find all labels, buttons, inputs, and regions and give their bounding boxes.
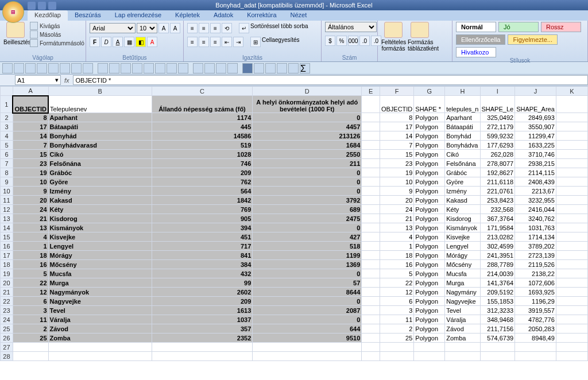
cell[interactable]: 432	[152, 269, 253, 278]
cell[interactable]: Mórágy	[48, 251, 152, 260]
cell[interactable]: 4457	[253, 122, 362, 131]
cell[interactable]: 3792	[253, 196, 362, 205]
cell[interactable]: 8644	[253, 288, 362, 297]
cell[interactable]: Mucsfa	[445, 269, 480, 278]
row-header[interactable]: 13	[1, 214, 13, 223]
cell[interactable]: 22	[13, 278, 48, 288]
cell[interactable]: Polygon	[414, 242, 445, 251]
tb2-btn[interactable]	[132, 63, 142, 73]
cell[interactable]: Polygon	[414, 269, 445, 278]
cell[interactable]: 1031,763	[515, 223, 556, 232]
cell[interactable]: 17	[380, 122, 413, 131]
cell[interactable]	[480, 352, 515, 361]
row-header[interactable]: 14	[1, 223, 13, 232]
format-table-button[interactable]: Formázás táblázatként	[408, 22, 432, 52]
underline-button[interactable]: A	[113, 37, 123, 47]
cell[interactable]	[362, 343, 380, 352]
row-header[interactable]: 16	[1, 242, 13, 251]
cell[interactable]: 3	[13, 306, 48, 315]
qat-save-icon[interactable]	[28, 2, 36, 10]
cell-E1[interactable]	[362, 96, 380, 113]
cell[interactable]: 2849,693	[515, 113, 556, 122]
tb2-btn[interactable]	[277, 63, 287, 73]
cell[interactable]: 2119,526	[515, 260, 556, 269]
row-header[interactable]: 19	[1, 269, 13, 278]
cell[interactable]: Nagyvejke	[48, 297, 152, 306]
cell[interactable]: 746	[152, 159, 253, 168]
cell[interactable]: Polygon	[414, 260, 445, 269]
tb2-btn[interactable]	[71, 63, 82, 73]
cell[interactable]: 2352	[152, 334, 253, 343]
cell[interactable]: 0	[253, 113, 362, 122]
cell[interactable]: 348,9468	[480, 315, 515, 324]
tb2-btn[interactable]	[265, 63, 276, 73]
cell[interactable]: 519	[152, 141, 253, 150]
cell[interactable]: 0	[253, 223, 362, 232]
cell[interactable]	[48, 343, 152, 352]
cell-H1[interactable]: telepules_n	[445, 96, 480, 113]
cell[interactable]	[556, 177, 587, 187]
cell[interactable]: Polygon	[414, 306, 445, 315]
cell[interactable]: 24	[380, 205, 413, 214]
style-bad[interactable]: Rossz	[541, 22, 581, 32]
cell[interactable]: Polygon	[414, 334, 445, 343]
cell[interactable]	[362, 315, 380, 324]
cell[interactable]: 1684	[253, 141, 362, 150]
cell[interactable]	[556, 232, 587, 242]
cell[interactable]	[362, 334, 380, 343]
cell[interactable]	[556, 214, 587, 223]
cell[interactable]: 4782,776	[515, 315, 556, 324]
tb2-btn[interactable]	[37, 63, 47, 73]
cell[interactable]	[362, 177, 380, 187]
cell[interactable]: 2602	[152, 288, 253, 297]
cell[interactable]: 2550	[253, 150, 362, 159]
increase-font-button[interactable]: A	[158, 23, 169, 33]
cell[interactable]: 1693,925	[515, 288, 556, 297]
row-header[interactable]: 8	[1, 168, 13, 177]
cell[interactable]: Polygon	[414, 297, 445, 306]
cell[interactable]: 24	[13, 205, 48, 214]
cell[interactable]: 762	[152, 177, 253, 187]
cell[interactable]: 141,3764	[480, 278, 515, 288]
cell[interactable]: Polygon	[414, 159, 445, 168]
tb2-btn[interactable]	[288, 63, 299, 73]
font-color-button[interactable]: A	[147, 37, 157, 47]
cell[interactable]: Zomba	[445, 334, 480, 343]
cell[interactable]: 99	[152, 278, 253, 288]
cell[interactable]	[445, 343, 480, 352]
cell[interactable]: Tevel	[48, 306, 152, 315]
row-header[interactable]: 12	[1, 205, 13, 214]
cell[interactable]	[414, 343, 445, 352]
cell[interactable]	[556, 196, 587, 205]
cell[interactable]: 177,6293	[480, 141, 515, 150]
cell[interactable]: Polygon	[414, 251, 445, 260]
select-all-corner[interactable]	[1, 87, 13, 96]
cell[interactable]	[556, 187, 587, 196]
cell[interactable]: 4	[13, 232, 48, 242]
cell[interactable]: 13	[380, 223, 413, 232]
cell[interactable]: Závod	[445, 324, 480, 334]
cell[interactable]: Györe	[48, 177, 152, 187]
cell[interactable]: Nagymány	[445, 288, 480, 297]
cell[interactable]	[13, 352, 48, 361]
cell[interactable]	[152, 343, 253, 352]
cell[interactable]	[362, 278, 380, 288]
cell[interactable]	[556, 324, 587, 334]
cell[interactable]: 232,568	[480, 205, 515, 214]
cell[interactable]: 357	[152, 324, 253, 334]
cell[interactable]: 2938,215	[515, 159, 556, 168]
cell[interactable]: 209	[152, 168, 253, 177]
cell[interactable]: Závod	[48, 324, 152, 334]
orientation-button[interactable]: ⟲	[222, 23, 232, 33]
cell[interactable]: 9	[13, 187, 48, 196]
cell[interactable]: 15	[380, 150, 413, 159]
cell[interactable]: Bátaapáti	[48, 122, 152, 131]
cell[interactable]: Zomba	[48, 334, 152, 343]
cell[interactable]: 14586	[152, 131, 253, 141]
tab-data[interactable]: Adatok	[207, 10, 240, 21]
cell[interactable]	[253, 343, 362, 352]
cell[interactable]: Mőcsény	[445, 260, 480, 269]
row-header[interactable]: 11	[1, 196, 13, 205]
cell[interactable]: 20	[13, 196, 48, 205]
cell[interactable]	[556, 269, 587, 278]
